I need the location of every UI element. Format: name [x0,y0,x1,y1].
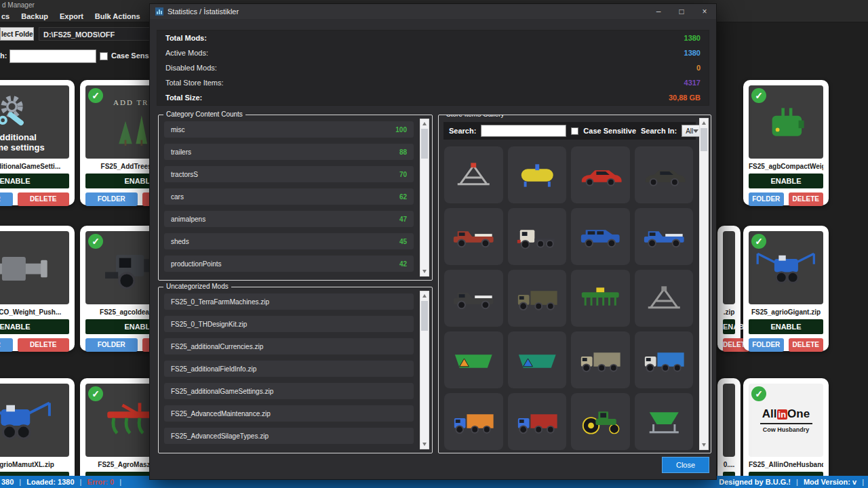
uncategorized-mod-row[interactable]: FS25_AdvancedSilageTypes.zip [164,428,414,444]
mod-zip-name: FS25_0_TerraFarmMachines.zip [171,298,269,306]
category-row[interactable]: productionPoints42 [164,256,414,272]
category-row[interactable]: animalpens47 [164,211,414,227]
gallery-search-input[interactable] [481,125,566,137]
status-segment: Mod Version: v [804,478,856,486]
statistics-icon [155,7,163,16]
enable-button[interactable]: ENABLE [0,174,69,188]
uncategorized-mod-row[interactable]: FS25_additionalFieldInfo.zip [164,361,414,377]
store-item-green-seeder[interactable] [571,270,630,327]
gallery-box-title: Store Items Gallery [443,115,507,118]
folder-button[interactable]: FOLDER [749,338,784,352]
store-item-green-bin-orange-marker[interactable] [444,331,503,388]
uncategorized-mod-row[interactable]: FS25_0_THDesignKit.zip [164,316,414,332]
store-item-green-hopper[interactable] [635,393,694,450]
uncategorized-mod-row[interactable]: FS25_additionalCurrencies.zip [164,338,414,354]
uncategorized-mods-box: Uncategorized Mods FS25_0_TerraFarmMachi… [158,287,433,453]
delete-button[interactable]: DELETE [18,192,70,206]
category-count: 70 [399,171,407,178]
store-item-green-tractor[interactable] [571,393,630,450]
category-name: tractorsS [171,171,198,178]
mod-filename: FS25_AllinOneHusbandry.... [749,461,823,468]
delete-button[interactable]: DELETE [18,338,70,352]
scroll-down-arrow[interactable] [700,441,708,449]
delete-button[interactable]: DELETE [789,338,824,352]
menu-item-cs[interactable]: cs [1,12,9,20]
scroll-thumb[interactable] [421,129,428,159]
category-name: trailers [171,148,191,156]
stat-value: 0 [696,64,701,72]
scrollbar[interactable] [420,291,429,449]
close-window-button[interactable]: × [693,4,716,19]
gallery-search-bar: Search: Case Sensitive Search In: All [443,122,696,140]
store-item-red-classic-car[interactable] [571,146,630,203]
case-sensitive-checkbox[interactable] [100,52,108,60]
category-row[interactable]: sheds45 [164,233,414,249]
enable-button[interactable]: ENABLE [749,319,823,334]
folder-button[interactable]: FOLDER [0,192,13,206]
card-button-row: FOLDERDELETE [749,192,823,206]
store-item-yellow-tank-sprayer[interactable] [508,146,567,203]
card-button-row: FOLDERDELETE [0,338,69,352]
scrollbar[interactable] [420,119,429,277]
store-item-white-blue-dump-truck[interactable] [635,331,694,388]
enable-button[interactable]: ENABLE [0,319,69,334]
scroll-up-arrow[interactable] [700,119,708,127]
mod-zip-name: FS25_0_THDesignKit.zip [171,321,247,328]
mod-filename: FS25_agrioMamutXL.zip [0,461,69,468]
category-row[interactable]: tractorsS70 [164,166,414,182]
store-item-black-classic-car[interactable] [635,146,694,203]
scroll-down-arrow[interactable] [420,440,429,449]
maximize-button[interactable]: □ [670,4,693,19]
stat-label: Disabled Mods: [165,64,217,72]
screen: d Manager csBackupExportBulk Actions lec… [0,0,868,488]
store-item-blue-suv[interactable] [571,208,630,265]
mod-card: AllinOneCow Husbandry✓FS25_AllinOneHusba… [743,378,829,488]
store-item-blue-log-truck[interactable] [508,393,567,450]
category-count: 88 [399,148,407,156]
category-row[interactable]: cars62 [164,188,414,205]
select-folder-button[interactable]: lect Folder [0,27,34,41]
scroll-up-arrow[interactable] [420,291,429,300]
delete-button[interactable]: DELETE [789,192,824,206]
category-row[interactable]: trailers88 [164,144,414,160]
store-item-red-white-pickup[interactable] [444,208,503,265]
scroll-up-arrow[interactable] [420,119,429,128]
minimize-button[interactable]: – [647,4,670,19]
store-item-surveyor-frame[interactable] [444,146,503,203]
store-item-white-semi-truck[interactable] [508,208,567,265]
folder-button[interactable]: FOLDER [85,338,138,352]
store-item-tan-truck[interactable] [571,331,630,388]
scrollbar[interactable] [699,118,709,450]
folder-button[interactable]: FOLDER [749,192,784,206]
gallery-search-in-label: Search In: [641,127,677,135]
gallery-case-sensitive-checkbox[interactable] [571,127,578,135]
store-item-teal-bin[interactable] [508,331,567,388]
mod-filename: FS25_agbCompactWeight.... [749,163,823,170]
search-input[interactable] [9,49,96,63]
store-item-blue-orange-flatbed-truck[interactable] [444,393,503,450]
category-row[interactable]: misc100 [164,121,414,138]
category-box-title: Category Content Counts [163,110,245,118]
uncategorized-mod-row[interactable]: FS25_AdvancedMaintenance.zip [164,405,414,422]
enable-button[interactable]: ENABLE [749,174,823,188]
uncategorized-mod-row[interactable]: FS25_0_TerraFarmMachines.zip [164,293,414,310]
store-item-gray-cultivator-frame[interactable] [635,270,694,327]
scroll-thumb[interactable] [421,301,428,331]
close-button[interactable]: Close [662,457,709,473]
store-item-blue-pickup[interactable] [635,208,694,265]
menu-item-export[interactable]: Export [60,12,83,20]
status-left: 380|Loaded: 1380|Error: 0| [1,478,121,486]
scroll-thumb[interactable] [701,128,707,151]
enable-button[interactable]: ENABLE [723,319,735,334]
uncategorized-mod-row[interactable]: FS25_additionalGameSettings.zip [164,383,414,399]
menu-item-bulk-actions[interactable]: Bulk Actions [95,12,140,20]
folder-button[interactable]: FOLDER [85,192,138,206]
enabled-check-icon: ✓ [88,234,103,249]
scroll-down-arrow[interactable] [420,267,429,276]
menu-item-backup[interactable]: Backup [21,12,48,20]
store-item-military-truck[interactable] [508,270,567,327]
mod-card: Additionalgame settings×FS25_additionalG… [0,80,75,205]
mod-thumbnail [0,231,69,304]
folder-button[interactable]: FOLDER [0,338,13,352]
store-item-black-white-pickup[interactable] [444,270,503,327]
